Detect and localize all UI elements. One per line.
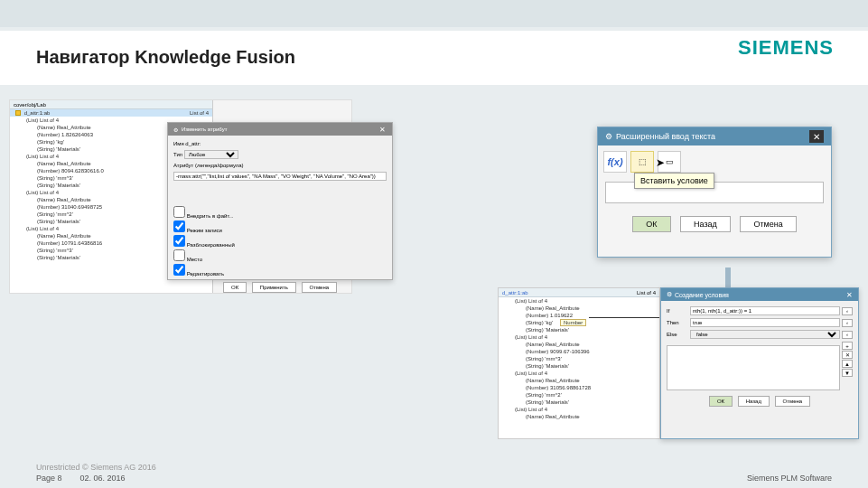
fx-icon: f(x) (607, 156, 622, 167)
tree-header: cover/obj/Lab (10, 100, 212, 109)
edit-attribute-dialog: ⚙ Изменить атрибут ✕ Имя d_attr: Тип Люб… (167, 122, 393, 280)
cube-icon (15, 110, 21, 116)
ok-button[interactable]: ОК (709, 396, 733, 407)
tooltip: Вставить условие (634, 173, 714, 189)
cancel-button[interactable]: Отмена (740, 216, 796, 232)
source-label: Атрибут (легенда/формула) (173, 163, 244, 168)
tree-item[interactable]: (String) 'kg'Number (499, 319, 659, 326)
tree-item[interactable]: (Name) Real_Attribute (499, 341, 659, 348)
br-tree[interactable]: d_attr:1:ab List of 4 (List) List of 4(N… (498, 287, 660, 439)
tree-header-label: cover/obj/Lab (14, 102, 46, 108)
top-strip (0, 0, 868, 27)
condition-icon: ⬚ (639, 157, 647, 166)
gear-icon: ⚙ (173, 127, 178, 133)
name-label: Имя (173, 141, 184, 146)
helper-button[interactable]: ‹ (842, 319, 853, 327)
type-select[interactable]: Любое (184, 150, 238, 159)
cbx5[interactable] (173, 264, 185, 276)
helper-button[interactable]: ‹ (842, 307, 853, 315)
insert-condition-button[interactable]: ⬚ (630, 151, 654, 173)
cbx4[interactable] (173, 249, 185, 261)
hint-badge: Number (560, 319, 586, 326)
dialog1-titlebar[interactable]: ⚙ Изменить атрибут ✕ (168, 123, 392, 136)
tree-item[interactable]: (String) 'Materials' (499, 399, 659, 406)
create-condition-dialog: ⚙ Создание условия ✕ If ‹ Then ‹ Else fa… (660, 287, 859, 439)
if-input[interactable] (690, 306, 840, 315)
tree-item[interactable]: (String) 'mm^2' (499, 391, 659, 399)
then-label: Then (667, 320, 690, 325)
apply-button[interactable]: Применить (252, 282, 296, 293)
if-label: If (667, 308, 690, 314)
toolbar: f(x) ⬚ ▭ ➤ Вставить условие (598, 145, 831, 178)
tree-root[interactable]: d_attr:1:ab List of 4 (10, 109, 212, 117)
formula-input[interactable] (173, 172, 387, 181)
gear-icon: ⚙ (605, 132, 612, 141)
cancel-button[interactable]: Отмена (302, 282, 338, 293)
else-label: Else (667, 332, 690, 337)
tree-item[interactable]: (List) List of 4 (499, 297, 659, 305)
then-input[interactable] (690, 318, 840, 327)
tree-header: d_attr:1:ab List of 4 (499, 288, 659, 297)
tree-item[interactable]: (Name) Real_Attribute (499, 413, 659, 420)
tree-item[interactable]: (List) List of 4 (499, 370, 659, 377)
close-icon[interactable]: ✕ (378, 125, 387, 134)
tree-item[interactable]: (Name) Real_Attribute (499, 305, 659, 312)
remove-button[interactable]: ✕ (842, 351, 853, 359)
cursor-icon: ➤ (656, 156, 665, 169)
close-icon[interactable]: ✕ (846, 291, 853, 299)
bottom-right-screenshot: d_attr:1:ab List of 4 (List) List of 4(N… (498, 287, 859, 441)
tree-item[interactable]: (String) 'mm^3' (499, 355, 659, 362)
cancel-button[interactable]: Отмена (775, 396, 811, 407)
dialog3-title: Создание условия (675, 292, 729, 298)
siemens-logo: SIEMENS (738, 36, 834, 60)
footer-brand: Siemens PLM Software (747, 474, 832, 483)
tree-item[interactable]: (List) List of 4 (499, 333, 659, 341)
ok-button[interactable]: ОК (223, 282, 247, 293)
page-title: Навигатор Knowledge Fusion (36, 47, 832, 68)
tree-item[interactable]: (String) 'Materials' (499, 326, 659, 333)
condition-list[interactable] (667, 345, 840, 390)
fx-button[interactable]: f(x) (603, 151, 627, 173)
tree-item[interactable]: (String) 'Materials' (499, 362, 659, 370)
date: 02. 06. 2016 (80, 474, 126, 483)
gear-icon: ⚙ (667, 291, 672, 298)
dialog2-title: Расширенный ввод текста (616, 132, 715, 141)
up-button[interactable]: ▲ (842, 360, 853, 368)
advanced-text-dialog: ⚙ Расширенный ввод текста ✕ f(x) ⬚ ▭ ➤ В… (597, 127, 832, 258)
tree-item[interactable]: (Number) 9099.67-106396 (499, 348, 659, 355)
tree-item[interactable]: (Number) 31056.98861728 (499, 384, 659, 391)
page-number: Page 8 (36, 474, 62, 483)
down-button[interactable]: ▼ (842, 369, 853, 377)
else-select[interactable]: false (690, 330, 840, 339)
type-label: Тип (173, 152, 182, 157)
cbx1[interactable] (173, 206, 185, 218)
cbx2[interactable] (173, 221, 185, 232)
tree-item[interactable]: (List) List of 4 (499, 406, 659, 413)
close-icon[interactable]: ✕ (809, 130, 824, 143)
dialog2-titlebar[interactable]: ⚙ Расширенный ввод текста ✕ (598, 127, 831, 145)
pointer-line (589, 317, 660, 318)
copyright: Unrestricted © Siemens AG 2016 (36, 463, 832, 472)
name-value: d_attr: (185, 141, 201, 146)
helper-button[interactable]: ‹ (842, 331, 853, 339)
cbx3[interactable] (173, 235, 185, 247)
back-button[interactable]: Назад (738, 396, 770, 407)
tree-item[interactable]: (Name) Real_Attribute (499, 377, 659, 384)
add-button[interactable]: + (842, 342, 853, 350)
footer: Unrestricted © Siemens AG 2016 Page 8 02… (36, 463, 832, 483)
dialog3-titlebar[interactable]: ⚙ Создание условия ✕ (661, 288, 858, 301)
back-button[interactable]: Назад (680, 216, 731, 232)
ok-button[interactable]: ОК (632, 216, 670, 232)
dialog1-title: Изменить атрибут (182, 127, 227, 132)
doc-icon: ▭ (666, 157, 674, 166)
